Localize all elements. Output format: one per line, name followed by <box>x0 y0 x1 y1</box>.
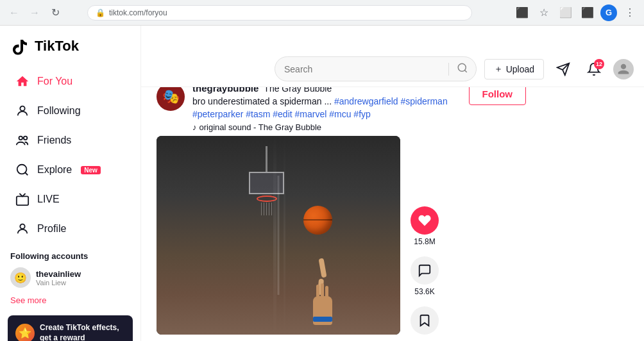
browser-profile[interactable]: G <box>600 4 617 21</box>
account-name: thevainliew <box>36 269 81 279</box>
hashtag-tasm[interactable]: #tasm <box>246 109 270 119</box>
svg-point-0 <box>20 106 24 111</box>
explore-icon <box>14 162 31 178</box>
refresh-button[interactable]: ↻ <box>46 4 64 22</box>
svg-point-2 <box>24 137 28 140</box>
forward-button[interactable]: → <box>26 4 44 22</box>
sidebar-item-live-label: LIVE <box>37 194 60 205</box>
live-icon <box>14 191 31 208</box>
svg-rect-4 <box>17 196 28 205</box>
top-bar: ＋ Upload 12 <box>141 51 644 87</box>
sidebar-item-profile[interactable]: Profile <box>4 214 137 244</box>
video-feed: 5818 🎭 thegraybubble The Gray Bubble <box>149 62 534 341</box>
search-container <box>275 56 477 81</box>
svg-point-5 <box>20 224 24 229</box>
video-wrapper: 15.8M 53.6K <box>149 136 534 335</box>
sidebar-item-following-label: Following <box>37 105 81 117</box>
sidebar-item-following[interactable]: Following <box>4 96 137 126</box>
sidebar-item-friends[interactable]: Friends <box>4 126 137 155</box>
following-account-item[interactable]: 🙂 thevainliew Vain Liew <box>0 263 140 292</box>
sidebar-item-profile-label: Profile <box>37 223 66 235</box>
comment-icon <box>411 256 439 285</box>
sidebar-item-for-you-label: For You <box>37 76 72 87</box>
like-button[interactable]: 15.8M <box>411 206 439 246</box>
cast-icon[interactable]: ⬛ <box>513 4 531 22</box>
app-container: TikTok For You Following Friends Explore <box>0 26 644 341</box>
music-note-icon: ♪ <box>192 122 197 132</box>
hashtag-fyp[interactable]: #fyp <box>353 109 370 119</box>
svg-point-1 <box>19 137 23 140</box>
caption-text: bro underestimated a spiderman ... <box>192 96 332 106</box>
sound-name: original sound - The Gray Bubble <box>199 122 322 132</box>
notifications-button[interactable]: 12 <box>582 58 606 81</box>
effects-text: Create TikTok effects, get a reward <box>40 323 125 341</box>
account-avatar-thevainliew: 🙂 <box>10 267 31 288</box>
notification-count-badge: 12 <box>594 59 604 69</box>
home-icon <box>14 73 31 90</box>
logo-text: TikTok <box>35 38 79 54</box>
sidebar-item-explore[interactable]: Explore New <box>4 155 137 185</box>
hashtag-marvel[interactable]: #marvel <box>295 109 327 119</box>
following-icon <box>14 103 31 119</box>
like-count: 15.8M <box>414 237 435 246</box>
search-button[interactable] <box>449 57 476 81</box>
sidebar-logo[interactable]: TikTok <box>0 31 140 67</box>
create-effects-banner[interactable]: ⭐ Create TikTok effects, get a reward <box>8 315 133 341</box>
hashtag-edit[interactable]: #edit <box>273 109 292 119</box>
bookmark-star-icon[interactable]: ☆ <box>535 4 553 22</box>
url-text: tiktok.com/foryou <box>109 8 167 17</box>
plus-icon: ＋ <box>494 63 503 75</box>
see-more-link[interactable]: See more <box>0 292 140 309</box>
tab-groups-icon[interactable]: ⬜ <box>557 4 575 22</box>
following-accounts-header: Following accounts <box>0 244 140 263</box>
hashtag-spiderman[interactable]: #spiderman <box>401 96 448 106</box>
sidebar-item-friends-label: Friends <box>37 135 71 146</box>
video-header: 🎭 thegraybubble The Gray Bubble bro unde… <box>149 83 534 132</box>
search-input[interactable] <box>275 59 448 79</box>
hashtag-andrewgarfield[interactable]: #andrewgarfield <box>334 96 398 106</box>
sidebar-item-explore-label: Explore <box>37 164 72 176</box>
svg-point-3 <box>17 165 27 174</box>
menu-icon[interactable]: ⋮ <box>621 4 639 22</box>
browser-right-icons: ⬛ ☆ ⬜ ⬛ G ⋮ <box>513 4 639 22</box>
video-caption: bro underestimated a spiderman ... #andr… <box>192 96 461 121</box>
account-info: thevainliew Vain Liew <box>36 269 81 287</box>
address-bar[interactable]: 🔒 tiktok.com/foryou <box>87 5 472 21</box>
video-info: thegraybubble The Gray Bubble bro undere… <box>192 83 461 132</box>
user-avatar-top[interactable] <box>613 59 634 79</box>
hashtag-mcu[interactable]: #mcu <box>329 109 351 119</box>
extensions-icon[interactable]: ⬛ <box>579 4 597 22</box>
browser-chrome: ← → ↻ 🔒 tiktok.com/foryou ⬛ ☆ ⬜ ⬛ G ⋮ <box>0 0 644 26</box>
basketball-ball <box>303 206 332 235</box>
video-player[interactable] <box>157 136 400 335</box>
upload-label: Upload <box>506 64 534 74</box>
explore-new-badge: New <box>81 166 101 174</box>
sidebar-item-for-you[interactable]: For You <box>4 67 137 96</box>
upload-button[interactable]: ＋ Upload <box>484 59 544 79</box>
browser-nav: ← → ↻ <box>5 4 64 22</box>
bookmark-button[interactable] <box>411 306 439 335</box>
heart-icon <box>411 206 439 235</box>
sidebar-item-live[interactable]: LIVE <box>4 185 137 214</box>
hashtag-peterparker[interactable]: #peterparker <box>192 109 243 119</box>
svg-point-6 <box>458 63 466 71</box>
tiktok-logo-icon <box>10 36 31 56</box>
send-icon-button[interactable] <box>552 58 575 81</box>
profile-icon <box>14 220 31 237</box>
account-handle: Vain Liew <box>36 279 81 287</box>
comment-button[interactable]: 53.6K <box>411 256 439 296</box>
friends-icon <box>14 132 31 149</box>
side-actions: 15.8M 53.6K <box>400 201 439 335</box>
sidebar: TikTok For You Following Friends Explore <box>0 26 141 341</box>
back-button[interactable]: ← <box>5 4 23 22</box>
video-card: 🎭 thegraybubble The Gray Bubble bro unde… <box>149 76 534 338</box>
basketball-scene <box>157 136 400 335</box>
comment-count: 53.6K <box>414 287 434 296</box>
lock-icon: 🔒 <box>96 8 105 17</box>
effects-icon: ⭐ <box>15 324 35 341</box>
sound-info: ♪ original sound - The Gray Bubble <box>192 122 461 132</box>
bookmark-icon <box>411 306 439 335</box>
